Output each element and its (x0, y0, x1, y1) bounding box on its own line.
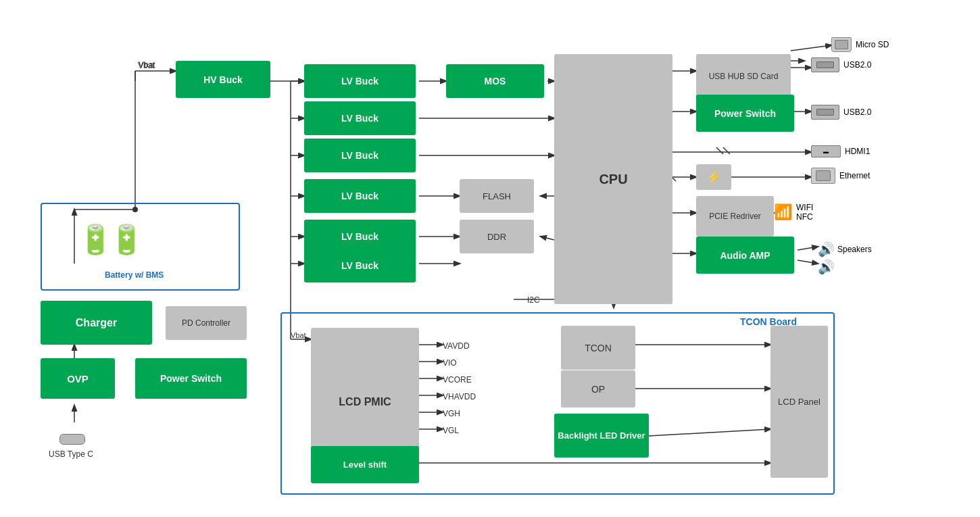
svg-line-22 (716, 147, 723, 154)
battery-emoji: 🔋🔋 (78, 223, 140, 256)
pd-controller-box: PD Controller (166, 306, 247, 340)
hdmi-icon: ▬ (811, 145, 841, 157)
lv-buck-3-box: LV Buck (304, 139, 416, 172)
transformer-icon: ⚡ (696, 164, 731, 190)
wifi-icon: 📶 (774, 203, 792, 221)
svg-line-34 (798, 260, 818, 264)
svg-line-33 (798, 247, 818, 250)
lv-buck-1-box: LV Buck (304, 64, 416, 98)
speaker2-icon: 🔊 (818, 259, 835, 275)
usb-hub-box: USB HUB SD Card (696, 54, 791, 98)
lv-buck-6-box: LV Buck (304, 249, 416, 282)
hv-buck-box: HV Buck (176, 61, 270, 98)
usb2-bottom-group: USB2.0 (811, 105, 871, 120)
flash-box: FLASH (460, 179, 534, 213)
speaker-label: Speakers (837, 245, 872, 254)
usb-icon-top (811, 57, 839, 72)
vhavdd-label: VHAVDD (443, 392, 476, 401)
lcd-panel-box: LCD Panel (770, 326, 828, 478)
op-box: OP (561, 370, 635, 408)
ddr-box: DDR (460, 220, 534, 253)
hdmi-group: ▬ HDMI1 (811, 145, 870, 157)
micro-sd-group: Micro SD (831, 37, 889, 52)
lv-buck-2-box: LV Buck (304, 101, 416, 135)
usbc-label: USB Type C (49, 449, 93, 459)
usb2-bottom-label: USB2.0 (843, 107, 871, 117)
svg-text:I2C: I2C (527, 295, 540, 305)
charger-box: Charger (41, 301, 152, 345)
svg-line-62 (791, 45, 831, 51)
power-switch-top-box: Power Switch (696, 95, 794, 132)
usbc-connector (59, 434, 85, 445)
svg-line-41 (541, 237, 554, 240)
tcon-box: TCON (561, 326, 635, 370)
ethernet-icon (811, 168, 835, 184)
vgl-label: VGL (443, 426, 459, 435)
wifi-nfc-group: 📶 WIFI NFC (774, 203, 813, 222)
ethernet-label: Ethernet (839, 171, 870, 180)
wifi-nfc-label: WIFI NFC (796, 203, 813, 222)
svg-line-23 (723, 147, 730, 154)
vcore-label: VCORE (443, 375, 472, 385)
vbat-top-label: Vbat (138, 61, 155, 70)
micro-sd-label: Micro SD (856, 40, 889, 49)
vgh-label: VGH (443, 409, 460, 418)
ovp-box: OVP (41, 358, 115, 399)
ethernet-group: Ethernet (811, 168, 870, 184)
microsd-icon (831, 37, 852, 52)
hdmi-label: HDMI1 (845, 147, 870, 156)
level-shift-box: Level shift (311, 446, 419, 483)
speaker1-icon: 🔊 (818, 241, 835, 257)
usb2-top-group: USB2.0 (811, 57, 871, 72)
backlight-led-driver-box: Backlight LED Driver (554, 414, 649, 458)
audio-amp-box: Audio AMP (696, 237, 794, 274)
lv-buck-4-box: LV Buck (304, 179, 416, 213)
battery-label: Battery w/ BMS (105, 270, 164, 280)
usb2-top-label: USB2.0 (843, 60, 871, 70)
speaker1-group: 🔊 Speakers (818, 241, 872, 257)
cpu-box: CPU (554, 54, 672, 304)
power-switch-bottom-box: Power Switch (135, 358, 247, 399)
vavdd-label: VAVDD (443, 341, 470, 351)
pcie-redriver-box: PCIE Redriver (696, 196, 774, 237)
mos-box: MOS (446, 64, 544, 98)
vio-label: VIO (443, 358, 457, 368)
speaker2-group: 🔊 (818, 259, 835, 275)
usb-icon-bottom (811, 105, 839, 120)
